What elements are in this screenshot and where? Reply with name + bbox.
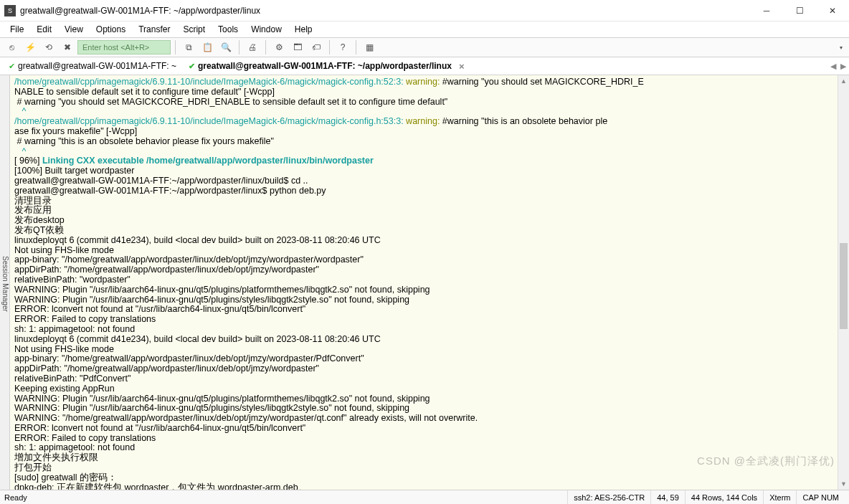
menu-file[interactable]: File <box>4 23 29 36</box>
status-size: 44 Rows, 144 Cols <box>685 490 763 504</box>
tab-prev-icon[interactable]: ◀ <box>830 62 836 71</box>
minimize-button[interactable]: ─ <box>750 0 783 22</box>
quick-connect-icon[interactable]: ⚡ <box>22 39 39 55</box>
title-bar: S greatwall@greatwall-GW-001M1A-FTF: ~/a… <box>0 0 849 22</box>
settings-icon[interactable]: ⚙ <box>270 39 288 55</box>
print-icon[interactable]: 🖨 <box>244 39 261 55</box>
status-ready: Ready <box>4 493 567 502</box>
tab-session-1[interactable]: ✔ greatwall@greatwall-GW-001M1A-FTF: ~ <box>3 59 183 73</box>
terminal-output[interactable]: /home/greatwall/cpp/imagemagick/6.9.11-1… <box>10 75 849 490</box>
session-options-icon[interactable]: 🗔 <box>289 39 306 55</box>
menu-help[interactable]: Help <box>289 23 318 36</box>
reconnect-icon[interactable]: ⎋ <box>3 39 20 55</box>
close-tab-icon[interactable]: × <box>459 61 465 72</box>
find-icon[interactable]: 🔍 <box>217 39 234 55</box>
global-options-icon[interactable]: 🏷 <box>308 39 325 55</box>
disconnect-icon[interactable]: ✖ <box>59 39 76 55</box>
paste-icon[interactable]: 📋 <box>199 39 216 55</box>
tab-bar: ✔ greatwall@greatwall-GW-001M1A-FTF: ~ ✔… <box>0 57 849 75</box>
menu-window[interactable]: Window <box>245 23 288 36</box>
scroll-up-icon[interactable]: ▲ <box>838 75 849 87</box>
help-icon[interactable]: ? <box>334 39 351 55</box>
reconnect-all-icon[interactable]: ⟲ <box>40 39 57 55</box>
maximize-button[interactable]: ☐ <box>783 0 816 22</box>
toolbar: ⎋ ⚡ ⟲ ✖ Enter host <Alt+R> ⧉ 📋 🔍 🖨 ⚙ 🗔 🏷… <box>0 37 849 57</box>
menu-options[interactable]: Options <box>90 23 131 36</box>
tab-next-icon[interactable]: ▶ <box>840 62 846 71</box>
scroll-down-icon[interactable]: ▼ <box>838 478 849 490</box>
toolbar-overflow-icon[interactable]: ▾ <box>836 44 846 51</box>
tab-label: greatwall@greatwall-GW-001M1A-FTF: ~ <box>18 61 176 71</box>
check-icon: ✔ <box>9 62 15 71</box>
status-caps: CAP NUM <box>796 490 845 504</box>
misc-icon[interactable]: ▦ <box>361 39 378 55</box>
host-input[interactable]: Enter host <Alt+R> <box>77 40 171 54</box>
close-button[interactable]: ✕ <box>816 0 849 22</box>
status-cursor-pos: 44, 59 <box>650 490 685 504</box>
session-manager-sidebar[interactable]: Session Manager <box>0 75 10 490</box>
menu-edit[interactable]: Edit <box>31 23 57 36</box>
tab-label: greatwall@greatwall-GW-001M1A-FTF: ~/app… <box>198 61 452 71</box>
menu-transfer[interactable]: Transfer <box>133 23 176 36</box>
copy-icon[interactable]: ⧉ <box>180 39 197 55</box>
status-ssh: ssh2: AES-256-CTR <box>567 490 650 504</box>
menu-tools[interactable]: Tools <box>212 23 244 36</box>
scroll-thumb[interactable] <box>840 243 848 329</box>
menu-script[interactable]: Script <box>177 23 211 36</box>
menu-view[interactable]: View <box>59 23 89 36</box>
check-icon: ✔ <box>189 62 195 71</box>
app-icon: S <box>4 5 16 16</box>
vertical-scrollbar[interactable]: ▲ ▼ <box>838 75 849 490</box>
menu-bar: File Edit View Options Transfer Script T… <box>0 22 849 37</box>
tab-session-2[interactable]: ✔ greatwall@greatwall-GW-001M1A-FTF: ~/a… <box>183 59 470 74</box>
window-title: greatwall@greatwall-GW-001M1A-FTF: ~/app… <box>20 6 750 16</box>
status-term: Xterm <box>763 490 796 504</box>
status-bar: Ready ssh2: AES-256-CTR 44, 59 44 Rows, … <box>0 490 849 504</box>
